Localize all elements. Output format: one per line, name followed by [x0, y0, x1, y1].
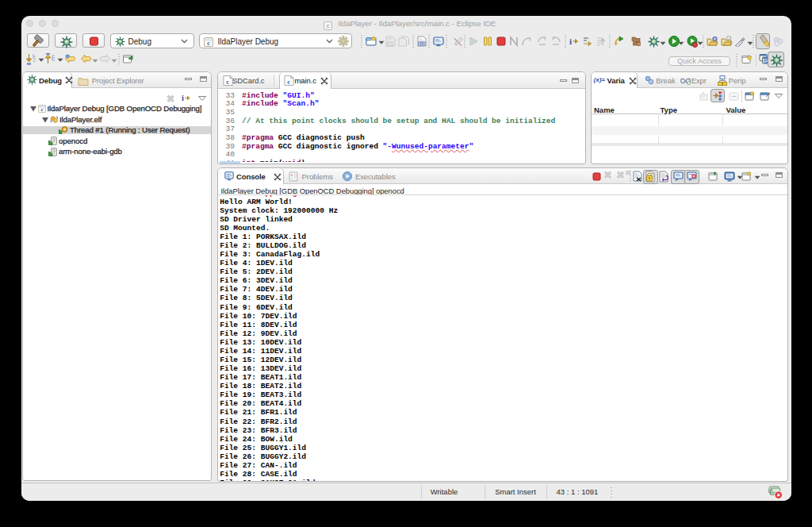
svg-text:i: i: [569, 37, 572, 46]
svg-text:010: 010: [419, 42, 426, 46]
svg-text:i: i: [182, 94, 184, 102]
